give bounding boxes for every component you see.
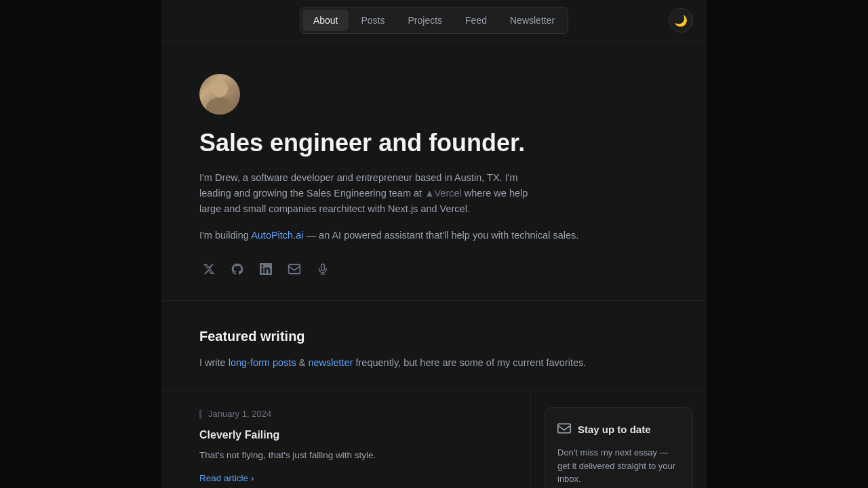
nav-link-feed[interactable]: Feed [454,9,498,31]
lower-content: January 1, 2024 Cleverly Failing That's … [161,391,707,488]
building-prefix: I'm building [199,230,251,241]
featured-section: Featured writing I write long-form posts… [161,301,707,390]
read-article-link[interactable]: Read article › [199,471,254,486]
newsletter-panel-title: Stay up to date [578,422,651,438]
nav-links-group: About Posts Projects Feed Newsletter [300,7,568,34]
featured-desc-prefix: I write [199,357,229,368]
article-date-text: January 1, 2024 [208,407,271,422]
featured-desc-connector: & [296,357,309,368]
building-suffix: — an AI powered assistant that'll help y… [304,230,579,241]
article-date-bar [199,409,201,419]
avatar [199,74,240,115]
autopitch-link[interactable]: AutoPitch.ai [251,230,303,241]
featured-description: I write long-form posts & newsletter fre… [199,355,669,371]
nav-link-projects[interactable]: Projects [397,9,453,31]
theme-icon: 🌙 [674,14,688,27]
hero-title: Sales engineer and founder. [199,128,669,157]
vercel-link[interactable]: ▲Vercel [425,188,462,199]
articles-list: January 1, 2024 Cleverly Failing That's … [161,391,530,488]
linkedin-icon[interactable] [256,260,275,279]
nav-link-newsletter[interactable]: Newsletter [499,9,566,31]
left-sidebar [0,0,161,488]
avatar-image [199,74,240,115]
theme-toggle-button[interactable]: 🌙 [669,8,693,33]
svg-rect-3 [558,424,570,432]
social-links [199,260,669,279]
nav-link-about[interactable]: About [302,9,349,31]
featured-title: Featured writing [199,325,669,347]
article-date-wrapper: January 1, 2024 [199,407,492,422]
twitter-icon[interactable] [199,260,218,279]
hero-bio: I'm Drew, a software developer and entre… [199,170,538,218]
newsletter-panel-desc: Don't miss my next essay — get it delive… [557,446,680,486]
article-title: Cleverly Failing [199,426,492,444]
newsletter-card: Stay up to date Don't miss my next essay… [545,407,693,488]
right-sidebar [707,0,868,488]
podcast-icon[interactable] [313,260,332,279]
long-form-posts-link[interactable]: long-form posts [229,357,296,368]
hero-building-text: I'm building AutoPitch.ai — an AI powere… [199,228,669,243]
github-icon[interactable] [228,260,247,279]
newsletter-panel-icon [557,420,571,440]
svg-rect-0 [289,265,300,274]
article-item: January 1, 2024 Cleverly Failing That's … [161,391,530,488]
right-panel: Stay up to date Don't miss my next essay… [530,391,707,488]
featured-desc-suffix: frequently, but here are some of my curr… [353,357,586,368]
read-article-arrow: › [251,471,254,486]
newsletter-link[interactable]: newsletter [308,357,353,368]
article-excerpt: That's not flying, that's just falling w… [199,448,492,463]
hero-section: Sales engineer and founder. I'm Drew, a … [161,41,707,300]
nav-link-posts[interactable]: Posts [350,9,395,31]
email-icon[interactable] [285,260,304,279]
read-article-label: Read article [199,471,248,486]
navigation: About Posts Projects Feed Newsletter 🌙 [161,0,707,41]
main-content: About Posts Projects Feed Newsletter 🌙 S… [161,0,707,488]
newsletter-card-header: Stay up to date [557,420,680,440]
